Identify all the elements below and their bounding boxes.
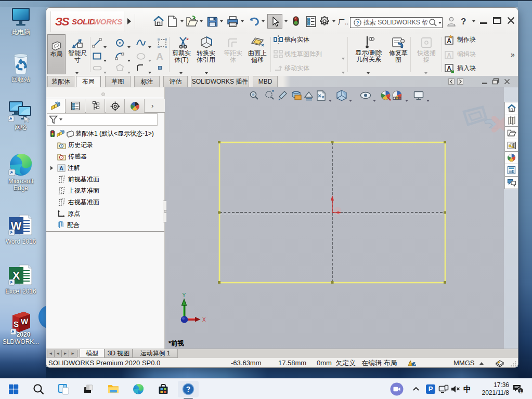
- svg-text:A: A: [447, 37, 451, 45]
- svg-text:WORKS: WORKS: [93, 17, 122, 26]
- svg-text:X: X: [202, 317, 206, 323]
- svg-text:Y: Y: [183, 292, 186, 298]
- svg-text:?: ?: [186, 385, 191, 393]
- svg-text:A: A: [59, 165, 63, 171]
- svg-text:S: S: [14, 320, 19, 329]
- svg-text:W: W: [21, 317, 29, 326]
- svg-text:*前视: *前视: [168, 340, 184, 347]
- svg-text:?: ?: [356, 20, 359, 25]
- svg-text:A: A: [447, 65, 451, 72]
- svg-text:1: 1: [519, 389, 522, 394]
- svg-text:ЗS: ЗS: [55, 15, 70, 28]
- svg-text:A: A: [447, 52, 451, 59]
- svg-text:SOLID: SOLID: [72, 17, 95, 26]
- svg-text:A: A: [156, 51, 163, 62]
